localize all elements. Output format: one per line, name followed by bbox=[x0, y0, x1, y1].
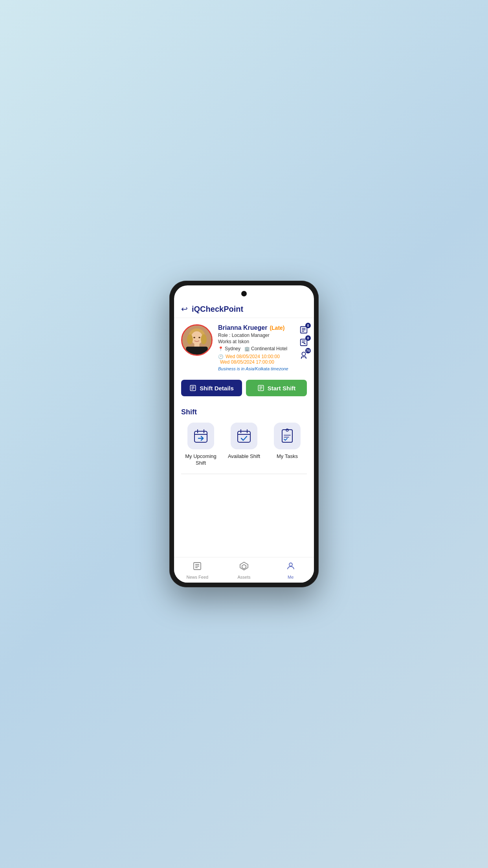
achievements-badge[interactable]: 70 bbox=[298, 349, 309, 360]
svg-rect-25 bbox=[194, 431, 207, 442]
shift-end-time: Wed 08/05/2024 17:00:00 bbox=[220, 359, 274, 365]
shift-start-time: Wed 08/05/2024 10:00:00 bbox=[226, 354, 280, 359]
available-shift-icon-box bbox=[231, 423, 257, 449]
notes-badge-count: 0 bbox=[305, 335, 311, 341]
available-shift-label: Available Shift bbox=[228, 453, 260, 460]
time-start-row: 🕐 Wed 08/05/2024 10:00:00 bbox=[218, 354, 307, 359]
news-feed-icon bbox=[193, 561, 202, 573]
svg-point-8 bbox=[198, 337, 200, 338]
phone-screen: ↩ iQCheckPoint bbox=[174, 285, 314, 583]
tasks-badge[interactable]: 0 bbox=[298, 324, 309, 335]
profile-section: Brianna Krueger (Late) Role : Location M… bbox=[174, 318, 314, 377]
venue-name: Continental Hotel bbox=[251, 346, 287, 351]
tasks-label: My Tasks bbox=[277, 453, 298, 460]
building-icon: 🏢 bbox=[244, 346, 250, 351]
shift-item-tasks[interactable]: My Tasks bbox=[268, 423, 307, 460]
nav-item-assets[interactable]: Assets bbox=[221, 557, 268, 583]
me-icon bbox=[286, 561, 295, 573]
city-item: 📍 Sydney bbox=[218, 346, 240, 351]
svg-point-44 bbox=[289, 563, 292, 566]
svg-marker-43 bbox=[242, 565, 246, 569]
app-title: iQCheckPoint bbox=[192, 305, 243, 314]
camera-notch bbox=[241, 291, 247, 296]
tasks-badge-count: 0 bbox=[305, 323, 311, 328]
achievements-badge-count: 70 bbox=[305, 348, 311, 353]
time-end-row: Wed 08/05/2024 17:00:00 bbox=[218, 359, 307, 365]
screen-content: ↩ iQCheckPoint bbox=[174, 285, 314, 583]
svg-point-2 bbox=[191, 331, 203, 344]
bottom-nav: News Feed Assets bbox=[174, 557, 314, 583]
upcoming-shift-icon-box bbox=[187, 423, 214, 449]
news-feed-label: News Feed bbox=[187, 575, 209, 579]
shift-time: 🕐 Wed 08/05/2024 10:00:00 Wed 08/05/2024… bbox=[218, 354, 307, 371]
shift-item-upcoming[interactable]: My UpcomingShift bbox=[181, 423, 220, 467]
assets-icon bbox=[239, 561, 249, 573]
avatar-image bbox=[182, 326, 211, 355]
start-shift-label: Start Shift bbox=[268, 385, 296, 392]
assets-label: Assets bbox=[238, 575, 251, 579]
notes-badge[interactable]: 0 bbox=[298, 337, 309, 348]
venue-item: 🏢 Continental Hotel bbox=[244, 346, 287, 351]
shift-section: Shift bbox=[174, 403, 314, 467]
profile-name-row: Brianna Krueger (Late) bbox=[218, 324, 307, 331]
content-spacer bbox=[174, 474, 314, 557]
nav-item-news-feed[interactable]: News Feed bbox=[174, 557, 221, 583]
header: ↩ iQCheckPoint bbox=[174, 300, 314, 318]
start-shift-button[interactable]: Start Shift bbox=[246, 380, 307, 396]
timezone-note: Business is in Asia/Kolkata timezone bbox=[218, 366, 307, 371]
svg-rect-4 bbox=[186, 347, 208, 355]
svg-point-7 bbox=[193, 337, 195, 338]
late-badge: (Late) bbox=[270, 325, 284, 331]
nav-item-me[interactable]: Me bbox=[267, 557, 314, 583]
shift-details-button[interactable]: Shift Details bbox=[181, 380, 242, 396]
city-name: Sydney bbox=[225, 346, 240, 351]
action-buttons: Shift Details Start Shift bbox=[174, 377, 314, 403]
me-label: Me bbox=[288, 575, 294, 579]
profile-works: Works at Iskon bbox=[218, 339, 307, 344]
shift-grid: My UpcomingShift bbox=[181, 423, 307, 467]
svg-point-5 bbox=[187, 334, 193, 344]
phone-frame: ↩ iQCheckPoint bbox=[169, 281, 319, 587]
back-button[interactable]: ↩ bbox=[181, 304, 188, 314]
upcoming-shift-label: My UpcomingShift bbox=[185, 453, 216, 467]
profile-role: Role : Location Manager bbox=[218, 333, 307, 338]
svg-point-6 bbox=[201, 334, 207, 344]
badge-icons: 0 0 bbox=[298, 324, 309, 360]
tasks-icon-box bbox=[274, 423, 301, 449]
svg-point-16 bbox=[302, 352, 305, 356]
profile-info: Brianna Krueger (Late) Role : Location M… bbox=[218, 324, 307, 371]
location-icon: 📍 bbox=[218, 346, 224, 351]
svg-rect-30 bbox=[238, 431, 250, 442]
profile-name: Brianna Krueger bbox=[218, 324, 267, 331]
profile-location: 📍 Sydney 🏢 Continental Hotel bbox=[218, 346, 307, 351]
shift-details-label: Shift Details bbox=[200, 385, 234, 392]
shift-section-title: Shift bbox=[181, 408, 307, 416]
shift-item-available[interactable]: Available Shift bbox=[224, 423, 264, 460]
clock-icon: 🕐 bbox=[218, 354, 224, 359]
svg-rect-34 bbox=[282, 430, 292, 442]
avatar bbox=[181, 324, 213, 356]
